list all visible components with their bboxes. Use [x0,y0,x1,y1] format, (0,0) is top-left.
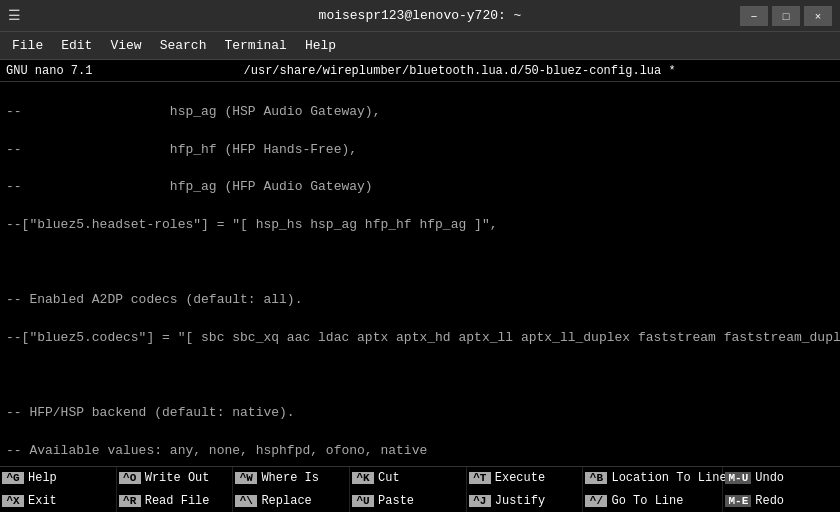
editor-line: -- hfp_ag (HFP Audio Gateway) [6,178,834,197]
shortcut-key-where-is: ^W [235,472,257,484]
shortcut-label-execute: Execute [495,471,545,485]
editor-line: -- Available values: any, none, hsphfpd,… [6,442,834,461]
shortcut-label-location: Location To Line [611,471,726,485]
menu-file[interactable]: File [4,36,51,55]
shortcut-key-cut: ^K [352,472,374,484]
shortcut-label-goto-line: Go To Line [611,494,683,508]
shortcut-justify[interactable]: ^J Justify [467,490,583,513]
editor-line: -- HFP/HSP backend (default: native). [6,404,834,423]
menu-terminal[interactable]: Terminal [216,36,294,55]
shortcut-goto-line[interactable]: ^/ Go To Line [583,490,722,513]
menu-search[interactable]: Search [152,36,215,55]
shortcut-label-justify: Justify [495,494,545,508]
shortcut-col-7: M-U Undo M-E Redo [723,467,840,512]
editor-line: --["bluez5.headset-roles"] = "[ hsp_hs h… [6,216,834,235]
close-button[interactable]: × [804,6,832,26]
shortcut-cut[interactable]: ^K Cut [350,467,466,490]
editor-line: -- hsp_ag (HSP Audio Gateway), [6,103,834,122]
shortcut-help[interactable]: ^G Help [0,467,116,490]
shortcut-key-location: ^B [585,472,607,484]
nano-spacer [827,64,834,78]
shortcut-redo[interactable]: M-E Redo [723,490,840,513]
nano-version: GNU nano 7.1 [6,64,92,78]
shortcut-key-paste: ^U [352,495,374,507]
shortcut-label-paste: Paste [378,494,414,508]
shortcut-key-replace: ^\ [235,495,257,507]
editor[interactable]: -- hsp_ag (HSP Audio Gateway), -- hfp_hf… [0,82,840,466]
shortcut-execute[interactable]: ^T Execute [467,467,583,490]
shortcut-key-undo: M-U [725,472,751,484]
shortcut-label-redo: Redo [755,494,784,508]
shortcut-where-is[interactable]: ^W Where Is [233,467,349,490]
shortcut-key-goto-line: ^/ [585,495,607,507]
maximize-button[interactable]: □ [772,6,800,26]
shortcut-key-execute: ^T [469,472,491,484]
titlebar-left: ☰ [8,7,21,24]
shortcuts-bar: ^G Help ^X Exit ^O Write Out ^R Read Fil… [0,466,840,512]
shortcut-write-out[interactable]: ^O Write Out [117,467,233,490]
shortcut-replace[interactable]: ^\ Replace [233,490,349,513]
shortcut-col-5: ^T Execute ^J Justify [467,467,584,512]
minimize-button[interactable]: − [740,6,768,26]
window-title: moisespr123@lenovo-y720: ~ [319,8,522,23]
shortcut-key-help: ^G [2,472,24,484]
shortcut-label-cut: Cut [378,471,400,485]
nano-filepath: /usr/share/wireplumber/bluetooth.lua.d/5… [244,64,676,78]
shortcut-col-2: ^O Write Out ^R Read File [117,467,234,512]
menu-help[interactable]: Help [297,36,344,55]
shortcut-col-3: ^W Where Is ^\ Replace [233,467,350,512]
titlebar-controls: − □ × [740,6,832,26]
editor-line: -- hfp_hf (HFP Hands-Free), [6,141,834,160]
shortcut-key-redo: M-E [725,495,751,507]
shortcut-col-6: ^B Location To Line ^/ Go To Line [583,467,723,512]
shortcut-label-exit: Exit [28,494,57,508]
editor-line [6,367,834,386]
shortcut-key-read-file: ^R [119,495,141,507]
shortcut-read-file[interactable]: ^R Read File [117,490,233,513]
shortcut-label-write-out: Write Out [145,471,210,485]
shortcut-undo[interactable]: M-U Undo [723,467,840,490]
shortcut-label-where-is: Where Is [261,471,319,485]
titlebar: ☰ moisespr123@lenovo-y720: ~ − □ × [0,0,840,32]
editor-line: -- Enabled A2DP codecs (default: all). [6,291,834,310]
menu-edit[interactable]: Edit [53,36,100,55]
menubar: File Edit View Search Terminal Help [0,32,840,60]
shortcut-location[interactable]: ^B Location To Line [583,467,722,490]
menu-icon[interactable]: ☰ [8,7,21,24]
shortcut-label-help: Help [28,471,57,485]
shortcut-label-read-file: Read File [145,494,210,508]
shortcut-key-exit: ^X [2,495,24,507]
nano-statusbar: GNU nano 7.1 /usr/share/wireplumber/blue… [0,60,840,82]
editor-line: --["bluez5.codecs"] = "[ sbc sbc_xq aac … [6,329,834,348]
shortcut-label-undo: Undo [755,471,784,485]
shortcut-col-1: ^G Help ^X Exit [0,467,117,512]
shortcut-key-write-out: ^O [119,472,141,484]
editor-line [6,254,834,273]
shortcut-paste[interactable]: ^U Paste [350,490,466,513]
shortcut-col-4: ^K Cut ^U Paste [350,467,467,512]
menu-view[interactable]: View [102,36,149,55]
shortcut-exit[interactable]: ^X Exit [0,490,116,513]
shortcut-key-justify: ^J [469,495,491,507]
shortcut-label-replace: Replace [261,494,311,508]
